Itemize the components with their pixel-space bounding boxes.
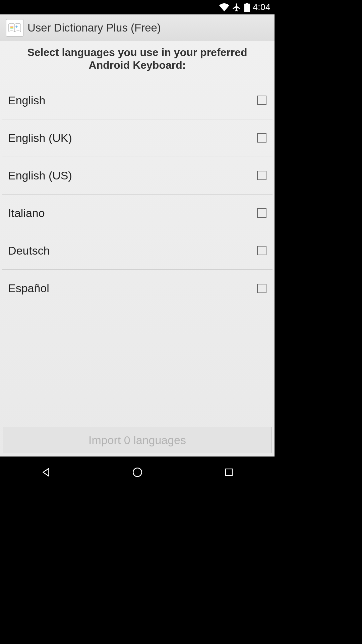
app-titlebar: User Dictionary Plus (Free): [0, 14, 275, 41]
wifi-icon: [219, 3, 229, 11]
prompt-text: Select languages you use in your preferr…: [0, 41, 275, 82]
content-area: Select languages you use in your preferr…: [0, 41, 275, 457]
checkbox[interactable]: [257, 246, 266, 255]
nav-bar: [0, 457, 275, 488]
app-title: User Dictionary Plus (Free): [27, 21, 161, 34]
svg-rect-1: [246, 3, 248, 4]
svg-rect-9: [226, 469, 232, 476]
language-label: English (UK): [8, 131, 72, 145]
language-label: Italiano: [8, 207, 45, 220]
language-row-english[interactable]: English: [2, 82, 273, 119]
language-row-deutsch[interactable]: Deutsch: [2, 232, 273, 270]
checkbox[interactable]: [257, 208, 266, 218]
language-row-italiano[interactable]: Italiano: [2, 195, 273, 232]
language-label: English (US): [8, 169, 72, 182]
language-label: Español: [8, 282, 49, 295]
nav-home-button[interactable]: [117, 462, 158, 482]
import-button[interactable]: Import 0 languages: [3, 427, 272, 453]
checkbox[interactable]: [257, 171, 266, 180]
language-row-espanol[interactable]: Español: [2, 270, 273, 307]
svg-point-8: [133, 468, 142, 477]
app-icon: [6, 19, 23, 37]
import-button-container: Import 0 languages: [0, 424, 275, 457]
language-label: English: [8, 94, 46, 107]
nav-recent-button[interactable]: [209, 462, 249, 482]
airplane-mode-icon: [232, 3, 241, 12]
battery-icon: [244, 3, 250, 12]
svg-rect-0: [244, 3, 250, 12]
checkbox[interactable]: [257, 96, 266, 105]
language-label: Deutsch: [8, 244, 50, 257]
language-row-english-uk[interactable]: English (UK): [2, 119, 273, 157]
checkbox[interactable]: [257, 133, 266, 143]
language-row-english-us[interactable]: English (US): [2, 157, 273, 195]
clock: 4:04: [253, 2, 270, 12]
language-list: English English (UK) English (US) Italia…: [0, 82, 275, 424]
nav-back-button[interactable]: [26, 462, 66, 482]
checkbox[interactable]: [257, 284, 266, 293]
status-bar: 4:04: [0, 0, 275, 14]
